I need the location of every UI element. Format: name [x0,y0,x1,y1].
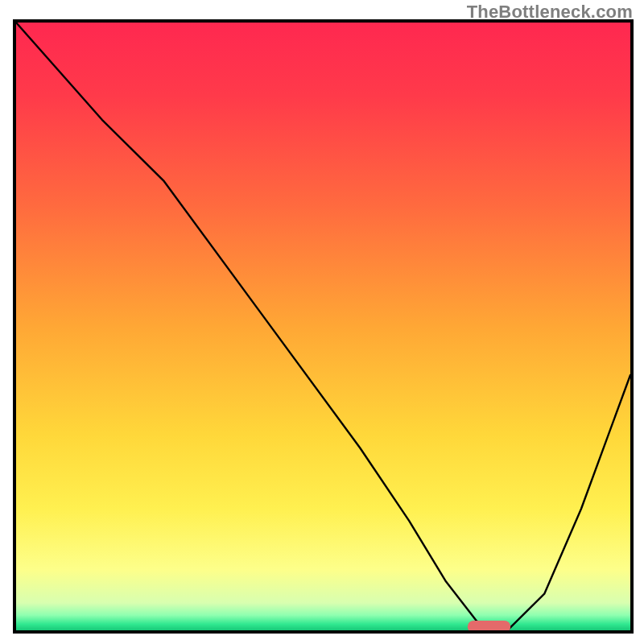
gradient-background [16,23,630,630]
chart-stage: TheBottleneck.com [0,0,644,644]
watermark-label: TheBottleneck.com [467,2,633,23]
bottleneck-chart [0,0,644,644]
